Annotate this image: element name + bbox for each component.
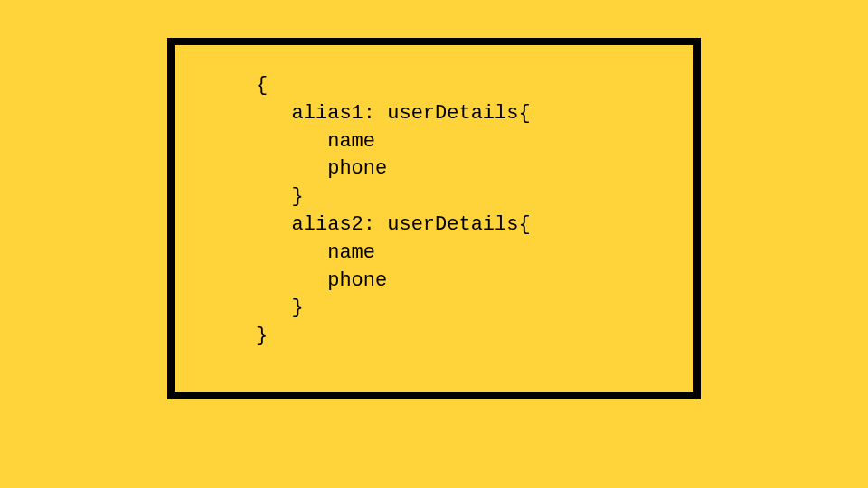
code-line: alias2: userDetails{ bbox=[256, 213, 531, 236]
code-line: phone bbox=[256, 157, 387, 180]
code-line: name bbox=[256, 241, 375, 264]
code-line: } bbox=[256, 296, 304, 319]
code-line: } bbox=[256, 324, 268, 347]
code-line: phone bbox=[256, 269, 387, 292]
code-line: name bbox=[256, 130, 375, 153]
code-line: { bbox=[256, 74, 268, 97]
code-block: { alias1: userDetails{ name phone } alia… bbox=[256, 72, 693, 351]
code-line: } bbox=[256, 185, 304, 208]
code-line: alias1: userDetails{ bbox=[256, 102, 531, 125]
code-snippet-box: { alias1: userDetails{ name phone } alia… bbox=[167, 38, 701, 399]
